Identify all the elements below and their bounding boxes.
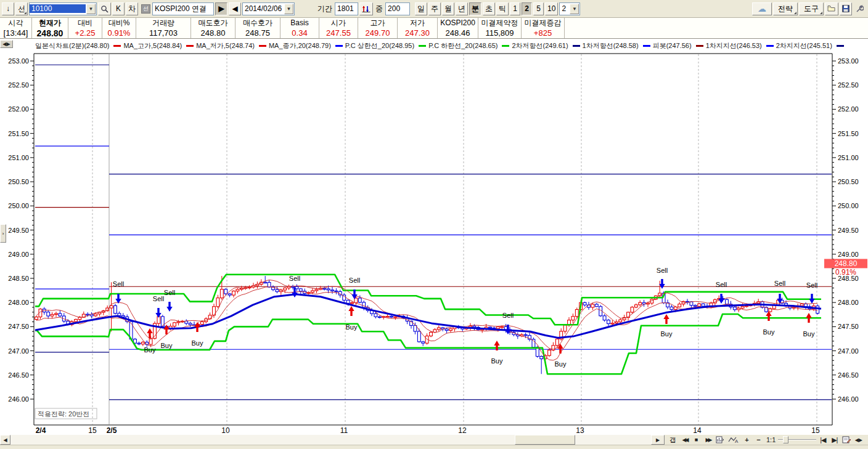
pane-resize-button[interactable]: ◀▶ — [853, 435, 864, 445]
go-last-button[interactable]: ▶| — [829, 435, 840, 445]
quote-header: 매수호가 — [235, 18, 280, 28]
timeframe-button-2[interactable]: 2 — [522, 2, 532, 15]
svg-text:Sell: Sell — [716, 281, 727, 288]
y-axis-label-right: 246.50 — [838, 371, 859, 379]
y-axis-label-right: 250.00 — [838, 202, 859, 209]
strategy-button[interactable]: 전략 — [773, 2, 798, 15]
y-axis-label-right: 253.00 — [838, 57, 859, 65]
k-chart-button[interactable]: K — [112, 2, 125, 15]
go-first-button[interactable]: |◀ — [817, 435, 828, 445]
legend-color-dash — [335, 45, 343, 47]
candlestick-chart[interactable]: SellSellSellSellSellSellSellSellSellSell… — [0, 53, 868, 435]
trading-app-window: ↓ 선 10100 ▼ K 차 선 KOSPI200 연결 ▶ ◀ 2014/0… — [0, 0, 868, 449]
x-axis-label: 13 — [576, 426, 584, 435]
legend-item-label: 피봇(247.56) — [653, 41, 692, 51]
fast-forward-button[interactable]: ▶▶ — [703, 435, 713, 445]
stop-button[interactable]: ■ — [691, 435, 702, 445]
symbol-name-field[interactable]: KOSPI200 연결 — [152, 2, 214, 15]
timeframe-button-주[interactable]: 주 — [428, 2, 441, 15]
quote-column: 현재가248.80 — [32, 18, 68, 38]
chart-scrollbar-thumb[interactable] — [515, 435, 575, 445]
gap-button[interactable]: 갭 — [668, 435, 678, 445]
tick-adjust-button[interactable] — [359, 2, 373, 15]
svg-text:Buy: Buy — [763, 328, 775, 336]
chart-page-button[interactable] — [714, 435, 726, 445]
cloud-save-button[interactable]: ☁ — [752, 2, 772, 15]
x-axis-label: 11 — [340, 426, 348, 435]
legend-color-dash — [186, 45, 194, 47]
legend-color-dash — [696, 45, 703, 47]
count-input[interactable]: 200 — [385, 2, 410, 15]
quote-header: 현재가 — [32, 18, 68, 28]
indicator-legend-bar: ◀▶ 일본식차트(2분)(248.80)MA_고가,5(248.84)MA_저가… — [0, 39, 868, 53]
y-axis-label-left: 251.00 — [8, 154, 29, 161]
zoom-out-button[interactable]: − — [753, 435, 764, 445]
quote-header: 미결제증감 — [522, 18, 564, 28]
down-arrow-icon: ↓ — [6, 4, 10, 13]
quote-column: Basis0.34 — [280, 18, 319, 38]
settings-button[interactable] — [853, 2, 866, 15]
timeframe-button-5[interactable]: 5 — [533, 2, 544, 15]
legend-item-label: MA_고가,5(248.84) — [123, 41, 182, 51]
zoom-slider[interactable] — [778, 435, 816, 445]
chart-scroll-left-button[interactable]: ◀ — [0, 435, 10, 445]
svg-text:Sell: Sell — [657, 267, 668, 274]
svg-text:Buy: Buy — [491, 357, 503, 365]
svg-text:Sell: Sell — [164, 289, 175, 296]
memo-button[interactable] — [841, 435, 852, 445]
pane-scroll-button[interactable]: › — [0, 224, 6, 243]
timeframe-button-일[interactable]: 일 — [415, 2, 427, 15]
date-combobox[interactable]: 2014/02/06 ▼ — [242, 2, 295, 15]
legend-color-dash — [643, 45, 650, 47]
timeframe-button-년[interactable]: 년 — [456, 2, 468, 15]
auto-scale-button[interactable]: A — [727, 435, 740, 445]
zoom-slider-handle[interactable] — [783, 436, 788, 443]
period-input[interactable]: 1801 — [335, 2, 358, 15]
svg-text:Sell: Sell — [113, 280, 124, 288]
line-type-button[interactable]: 선 — [15, 2, 28, 15]
timeframe-button-초[interactable]: 초 — [483, 2, 495, 15]
quote-column: 미결제증감+825 — [522, 18, 565, 38]
next-symbol-button[interactable]: ▶ — [215, 2, 227, 15]
quote-column: 저가247.30 — [398, 18, 438, 38]
prev-symbol-button[interactable]: ◀ — [229, 2, 241, 15]
timeframe-button-월[interactable]: 월 — [442, 2, 454, 15]
chevron-down-icon[interactable]: ▼ — [570, 4, 579, 14]
cha-button[interactable]: 차 — [126, 2, 138, 15]
chart-control-group: 갭 ◀◀ ■ ▶▶ A + − 1:1 — [668, 435, 865, 445]
chevron-down-icon[interactable]: ▼ — [86, 4, 96, 14]
legend-item-label: P.C 하한선_20(248.65) — [428, 41, 497, 51]
search-button[interactable] — [98, 2, 111, 15]
legend-color-dash — [419, 45, 426, 47]
wrench-icon — [856, 5, 864, 13]
interval-combobox[interactable]: 2 ▼ — [559, 2, 580, 15]
svg-text:A: A — [735, 439, 739, 443]
timeframe-button-틱[interactable]: 틱 — [496, 2, 509, 15]
quote-header: Basis — [280, 18, 319, 28]
zoom-in-button[interactable]: + — [742, 435, 752, 445]
legend-scroll-button[interactable]: ◀▶ — [0, 40, 13, 48]
quote-value: 247.30 — [398, 28, 437, 38]
quote-column: 대비+2.25 — [68, 18, 102, 38]
rewind-button[interactable]: ◀◀ — [679, 435, 690, 445]
current-change-percent: 0.91% — [835, 268, 856, 277]
scroll-price-button[interactable]: ↓ — [2, 2, 14, 15]
timeframe-button-분[interactable]: 분 — [469, 2, 481, 15]
save-button[interactable] — [840, 2, 852, 15]
ratio-button[interactable]: 1:1 — [765, 435, 777, 445]
chart-scrollbar-track[interactable] — [10, 435, 651, 445]
timeframe-button-1[interactable]: 1 — [510, 2, 520, 15]
y-axis-label-left: 247.50 — [8, 323, 29, 330]
chevron-down-icon[interactable]: ▼ — [284, 4, 293, 14]
y-axis-label-left: 246.50 — [8, 371, 29, 379]
x-axis-label: 10 — [221, 426, 230, 435]
timeframe-button-10[interactable]: 10 — [545, 2, 558, 15]
page-chart-icon — [716, 436, 724, 443]
legend-item-label: 1차지지선(246.53) — [706, 41, 762, 51]
chart-scroll-right-button[interactable]: ▶ — [651, 435, 665, 445]
quote-value: 248.80 — [191, 28, 235, 38]
open-button[interactable] — [825, 2, 838, 15]
interval-value: 2 — [560, 4, 569, 13]
code-combobox[interactable]: 10100 ▼ — [29, 2, 97, 15]
tools-button[interactable]: 도구 — [799, 2, 824, 15]
